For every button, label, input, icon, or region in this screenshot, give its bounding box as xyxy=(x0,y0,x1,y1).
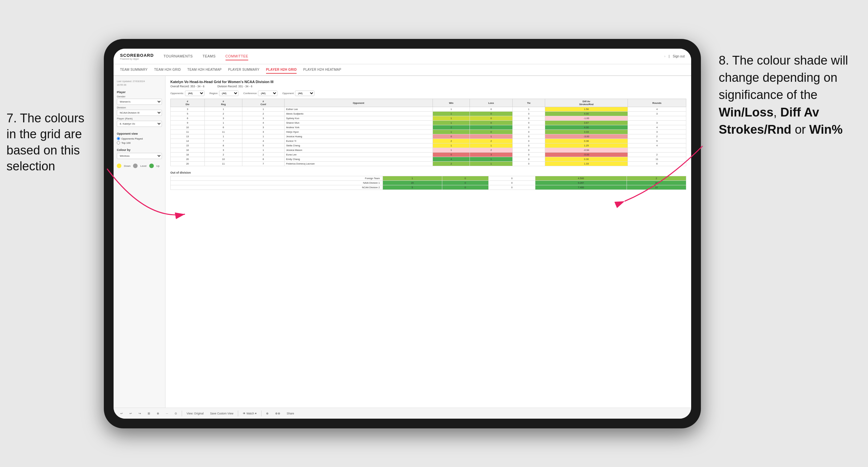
sub-nav-team-h2h-heatmap[interactable]: TEAM H2H HEATMAP xyxy=(187,66,222,74)
table-row: 15 8 5 Stella Cheng 1 1 0 1.25 4 xyxy=(171,144,686,148)
overall-record: Overall Record: 353 - 34 - 6 xyxy=(170,85,205,88)
dot-btn[interactable]: ··· xyxy=(164,411,170,416)
col-win: Win xyxy=(433,99,470,107)
right-content: Katelyn Vo Head-to-Head Grid for Women's… xyxy=(165,76,691,408)
separator-2 xyxy=(238,410,238,416)
col-conf: #Conf xyxy=(242,99,285,107)
ood-table-row: Foreign Team 1 0 0 4.500 2 xyxy=(171,176,686,181)
separator-3 xyxy=(261,410,261,416)
nav-item-tournaments[interactable]: TOURNAMENTS xyxy=(163,53,193,60)
ood-table-row: NCAA Division 2 5 0 0 7.400 10 xyxy=(171,185,686,190)
table-row: 14 7 4 Eunice Yi 2 2 0 0.38 9 xyxy=(171,139,686,144)
grid-btn[interactable]: ⊞ xyxy=(146,411,152,416)
sub-nav: TEAM SUMMARY TEAM H2H GRID TEAM H2H HEAT… xyxy=(114,64,691,76)
out-of-division-title: Out of division xyxy=(170,171,686,174)
legend-up-dot xyxy=(149,163,154,168)
conference-select[interactable]: (All) xyxy=(258,91,277,96)
annotation-left: 7. The colours in the grid are based on … xyxy=(0,104,101,181)
radio-top100: Top 100 xyxy=(117,141,162,145)
player-rank-label: Player (Rank) xyxy=(117,117,162,120)
division-label: Division xyxy=(117,106,162,109)
nav-items: TOURNAMENTS TEAMS COMMITTEE xyxy=(163,53,664,60)
col-rounds: Rounds xyxy=(628,99,686,107)
col-opponent: Opponent xyxy=(284,99,433,107)
colour-by-select[interactable]: Win/loss xyxy=(117,153,162,159)
opponent-view-title: Opponent view xyxy=(117,132,162,135)
opponents-select[interactable]: (All) xyxy=(185,91,205,96)
col-reg: #Reg xyxy=(205,99,242,107)
ood-table-wrapper: Foreign Team 1 0 0 4.500 2 NAIA Division… xyxy=(170,176,686,190)
legend-down-dot xyxy=(117,163,121,168)
gender-label: Gender xyxy=(117,95,162,98)
legend-level-dot xyxy=(133,163,137,168)
player-rank-select[interactable]: 8. Katelyn Vo xyxy=(117,121,162,127)
sub-nav-player-h2h-heatmap[interactable]: PLAYER H2H HEATMAP xyxy=(303,66,341,74)
grid-records: Overall Record: 353 - 34 - 6 Division Re… xyxy=(170,85,686,88)
filters-row: Opponents: (All) Region (All) Conference xyxy=(170,91,686,96)
table-row: 5 2 2 Alexis Sudjianto 1 0 0 4.00 3 xyxy=(171,112,686,116)
division-select[interactable]: NCAA Division III xyxy=(117,110,162,116)
table-row: 3 1 1 Esther Lee 1 0 1 1.50 4 xyxy=(171,107,686,112)
table-row: 16 3 1 Jessica Mason 1 2 0 -0.94 xyxy=(171,148,686,153)
ood-table-row: NAIA Division 1 15 0 0 9.267 30 xyxy=(171,181,686,185)
nav-item-teams[interactable]: TEAMS xyxy=(203,53,215,60)
nav-item-committee[interactable]: COMMITTEE xyxy=(225,53,249,60)
region-select[interactable]: (All) xyxy=(219,91,239,96)
share-btn[interactable]: Share xyxy=(285,411,296,416)
nav-right: › | Sign out xyxy=(664,55,685,58)
legend-row: Down Level Up xyxy=(117,163,162,168)
sub-nav-player-h2h-grid[interactable]: PLAYER H2H GRID xyxy=(266,66,297,74)
add-btn[interactable]: ⊕ xyxy=(155,411,161,416)
sub-nav-team-summary[interactable]: TEAM SUMMARY xyxy=(120,66,148,74)
colour-by-title: Colour by xyxy=(117,148,162,152)
circle-btn[interactable]: ⊙ xyxy=(173,411,179,416)
filter-opponent: Opponent (All) xyxy=(282,91,314,96)
filter-conference: Conference (All) xyxy=(243,91,277,96)
tablet-frame: SCOREBOARD Powered by clippd TOURNAMENTS… xyxy=(104,39,701,428)
table-row: 13 1 1 Jessica Huang 0 1 0 -3.00 2 xyxy=(171,134,686,139)
col-tie: Tie xyxy=(513,99,545,107)
sign-out-link[interactable]: Sign out xyxy=(673,55,685,58)
filter-opponents: Opponents: (All) xyxy=(170,91,205,96)
table-row: 20 11 7 Federica Domecq Lacroze 2 1 0 1.… xyxy=(171,162,686,166)
last-updated: Last Updated: 27/03/2024 16:55:38 xyxy=(117,80,162,87)
sub-nav-player-summary[interactable]: PLAYER SUMMARY xyxy=(228,66,259,74)
separator-1 xyxy=(182,410,182,416)
col-diff: Diff AvStrokes/Rnd xyxy=(545,99,628,107)
plus-btn[interactable]: ⊕ xyxy=(264,411,271,416)
watch-btn[interactable]: 👁 Watch ▾ xyxy=(241,411,259,416)
col-loss: Loss xyxy=(470,99,513,107)
main-data-table-wrapper: #Div #Reg #Conf Opponent Win Loss Tie Di… xyxy=(170,99,686,166)
grid-title: Katelyn Vo Head-to-Head Grid for Women's… xyxy=(170,80,686,84)
table-row: 6 3 3 Sydney Kuo 1 0 0 -1.00 xyxy=(171,116,686,121)
annotation-right: 8. The colour shade will change dependin… xyxy=(712,45,868,145)
tablet-screen: SCOREBOARD Powered by clippd TOURNAMENTS… xyxy=(114,49,691,418)
division-record: Division Record: 331 - 34 - 6 xyxy=(217,85,252,88)
table-row: 18 2 2 Euna Lee 0 3 0 -5.00 2 xyxy=(171,153,686,157)
view-original-btn[interactable]: View: Original xyxy=(185,411,206,416)
table-row: 20 10 6 Emily Chang 4 1 0 0.30 11 xyxy=(171,157,686,162)
table-row: 9 1 4 Sharon Mun 1 0 0 3.67 3 xyxy=(171,121,686,125)
legend-down-label: Down xyxy=(124,164,130,167)
radio-opponents-played: Opponents Played xyxy=(117,137,162,140)
undo-btn[interactable]: ↩ xyxy=(118,411,125,416)
table-row: 10 6 3 Andrea York 2 0 0 4.00 4 xyxy=(171,125,686,130)
gender-select[interactable]: Women's xyxy=(117,99,162,105)
col-div: #Div xyxy=(171,99,205,107)
legend-up-label: Up xyxy=(156,164,160,167)
top-nav: SCOREBOARD Powered by clippd TOURNAMENTS… xyxy=(114,49,691,64)
share-grid-btn[interactable]: ⊕⊕ xyxy=(273,411,282,416)
player-section-title: Player xyxy=(117,91,162,94)
main-content: Last Updated: 27/03/2024 16:55:38 Player… xyxy=(114,76,691,408)
table-row: 11 11 3 Heejo Hyun 1 0 0 3.33 3 xyxy=(171,130,686,134)
save-custom-view-btn[interactable]: Save Custom View xyxy=(208,411,235,416)
undo2-btn[interactable]: ↩ xyxy=(127,411,134,416)
opponent-select[interactable]: (All) xyxy=(295,91,314,96)
bottom-toolbar: ↩ ↩ ↪ ⊞ ⊕ ··· ⊙ View: Original Save Cust… xyxy=(114,408,691,418)
redo-btn[interactable]: ↪ xyxy=(136,411,143,416)
sub-nav-team-h2h-grid[interactable]: TEAM H2H GRID xyxy=(154,66,181,74)
main-data-table: #Div #Reg #Conf Opponent Win Loss Tie Di… xyxy=(170,99,686,166)
left-panel: Last Updated: 27/03/2024 16:55:38 Player… xyxy=(114,76,165,408)
filter-region: Region (All) xyxy=(209,91,238,96)
legend-level-label: Level xyxy=(140,164,146,167)
